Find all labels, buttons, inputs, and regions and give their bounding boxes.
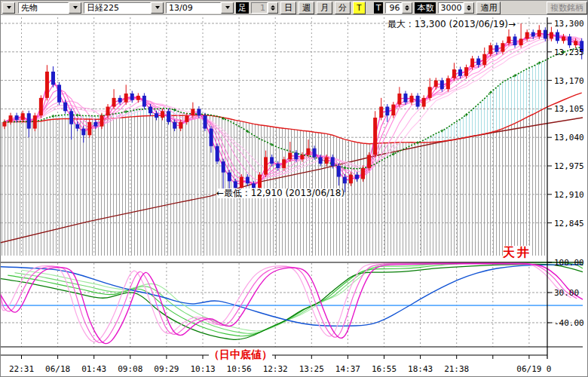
chart-window: 先物 日経225 13/09 足 1 日 週 月 分 T T 96 本数 300…: [0, 0, 588, 377]
price-axis-label: 12,910: [554, 190, 584, 200]
intraday-bottom-annotation: （日中底値）: [209, 349, 272, 360]
time-axis-label: 14:37: [335, 364, 360, 374]
oscillator-axis-label: 100.00: [554, 258, 584, 268]
time-axis-label: 0: [547, 364, 552, 374]
time-axis-label: 01:43: [81, 364, 106, 374]
time-axis-label: 09:08: [118, 364, 142, 374]
time-axis-label: 06/19: [516, 364, 541, 374]
time-axis-label: 09:29: [154, 364, 179, 374]
time-axis-label: 16:55: [372, 364, 397, 374]
time-axis-label: 18:43: [408, 364, 433, 374]
price-axis-label: 13,235: [554, 48, 584, 57]
oscillator-axis-label: -40.00: [554, 318, 584, 328]
time-axis-label: 13:25: [299, 364, 324, 374]
time-axis-label: 21:38: [444, 364, 469, 374]
price-axis-label: 13,105: [554, 104, 584, 114]
time-axis-label: 10:13: [190, 364, 215, 374]
price-axis-label: 12,975: [554, 161, 584, 171]
time-axis-label: 06/18: [45, 364, 70, 374]
price-axis-label: 13,170: [554, 76, 584, 86]
price-axis-label: 12,845: [554, 219, 584, 228]
min-price-annotation: ←最低 : 12,910 (2013/06/18): [216, 188, 345, 198]
time-axis-label: 22:31: [9, 364, 34, 374]
price-axis-label: 13,040: [554, 133, 584, 143]
oscillator-axis-label: 30.00: [554, 288, 579, 298]
ceiling-annotation: 天井: [503, 246, 531, 259]
time-axis-label: 10:56: [227, 364, 252, 374]
price-axis-label: 13,300: [554, 19, 584, 29]
time-axis-label: 12:32: [263, 364, 288, 374]
max-price-annotation: 最大 : 13,300 (2013/06/19)→: [387, 20, 516, 29]
